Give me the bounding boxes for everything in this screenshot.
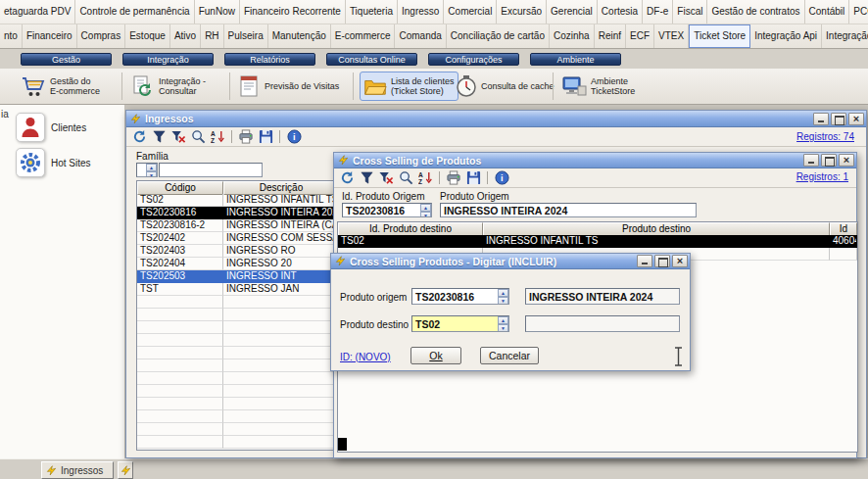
menu-item-excursao[interactable]: Excursão [497, 0, 547, 24]
menu-item-comanda[interactable]: Comanda [395, 24, 446, 48]
spinner-control[interactable]: ▲▼ [146, 164, 157, 176]
menu-item-compras[interactable]: Compras [77, 24, 126, 48]
familia-spin-edit[interactable]: ▲▼ [136, 163, 158, 177]
shortcut-lista-de-clientes-ticket-store[interactable]: Lista de clientes(Ticket Store) [360, 72, 458, 101]
familia-input[interactable] [159, 163, 263, 177]
menu-item-financeiro[interactable]: Financeiro [23, 24, 77, 48]
close-button[interactable] [672, 255, 688, 267]
menu-item-ingresso[interactable]: Ingresso [398, 0, 444, 24]
menu-item-gerencial[interactable]: Gerencial [547, 0, 598, 24]
sidebar-item-hot-sites[interactable]: Hot Sites [16, 148, 91, 177]
menu-item-nto[interactable]: nto [0, 24, 23, 48]
table-row[interactable]: TS202402INGRESSO COM SESSÃO DO TICKE [137, 232, 339, 245]
empty-row[interactable] [137, 436, 339, 449]
menu-item-contabil[interactable]: Contábil [805, 0, 850, 24]
maximize-button[interactable] [821, 154, 837, 167]
ribbon-tab-consultas-online[interactable]: Consultas Online [326, 53, 417, 66]
menu-item-gestao-de-contratos[interactable]: Gestão de contratos [707, 0, 804, 24]
column-header-codigo[interactable]: Código [137, 181, 223, 195]
empty-row[interactable] [137, 334, 339, 347]
save-button[interactable] [257, 128, 274, 145]
menu-item-ticket-store[interactable]: Ticket Store [689, 24, 750, 48]
close-button[interactable] [839, 154, 854, 167]
menu-item-cortesia[interactable]: Cortesia [598, 0, 643, 24]
menu-item-integracao-api[interactable]: Integração Api [750, 24, 822, 48]
menu-item-e-commerce[interactable]: E-commerce [331, 24, 396, 48]
empty-row[interactable] [137, 347, 339, 359]
empty-row[interactable] [137, 359, 339, 372]
menu-item-tiqueteria[interactable]: Tiqueteria [346, 0, 398, 24]
produto-origem-code-field[interactable]: TS20230816 ▲▼ [411, 288, 509, 305]
refresh-button[interactable] [338, 169, 356, 186]
filter-button[interactable] [150, 128, 168, 145]
maximize-button[interactable] [654, 255, 670, 267]
sidebar-item-clientes[interactable]: Clientes [16, 113, 86, 142]
print-button[interactable] [445, 169, 462, 186]
table-row[interactable]: TS02INGRESSO INFANTIL TS406044 [338, 235, 857, 248]
ribbon-tab-relatorios[interactable]: Relatórios [224, 53, 315, 66]
empty-row[interactable] [137, 372, 339, 385]
spinner-control[interactable]: ▲▼ [498, 316, 508, 331]
table-row[interactable]: TS20230816INGRESSO INTEIRA 2024 [137, 207, 339, 219]
menu-item-vtex[interactable]: VTEX [654, 24, 689, 48]
ok-button[interactable]: Ok [410, 347, 461, 364]
empty-row[interactable] [137, 423, 339, 436]
menu-item-pco[interactable]: PCO [849, 0, 868, 24]
menu-item-funnow[interactable]: FunNow [195, 0, 240, 24]
refresh-button[interactable] [130, 128, 148, 145]
menu-item-df-e[interactable]: DF-e [643, 0, 673, 24]
print-button[interactable] [237, 128, 255, 145]
table-row[interactable]: TS02INGRESSO INFANTIL TS [137, 194, 339, 207]
close-button[interactable] [848, 113, 864, 125]
menu-item-fiscal[interactable]: Fiscal [673, 0, 707, 24]
spinner-control[interactable]: ▲▼ [420, 204, 431, 216]
shortcut-gestao-do-e-commerce[interactable]: Gestão doE-commerce [18, 72, 103, 101]
filter-button[interactable] [358, 169, 375, 186]
spinner-control[interactable]: ▲▼ [498, 289, 508, 304]
table-row[interactable]: TS202404INGRESSO 20 [137, 258, 339, 270]
empty-row[interactable] [137, 410, 339, 423]
empty-row[interactable] [137, 398, 339, 410]
taskbar-mini-button[interactable] [118, 461, 133, 479]
id-produto-origem-field[interactable]: TS20230816 ▲▼ [342, 203, 432, 217]
column-header-id[interactable]: Id [830, 222, 857, 236]
sidebar-icon-button[interactable] [16, 148, 45, 177]
cancel-button[interactable]: Cancelar [480, 347, 539, 364]
sort-button[interactable]: AZ [209, 128, 226, 145]
menu-item-financeiro-recorrente[interactable]: Financeiro Recorrente [240, 0, 346, 24]
empty-row[interactable] [137, 309, 339, 321]
shortcut-consulta-de-cache[interactable]: Consulta de cache [453, 72, 557, 101]
table-row[interactable]: TS202403INGRESSO RO [137, 245, 339, 258]
shortcut-integracao-consultar[interactable]: Integração -Consultar [128, 72, 209, 101]
shortcut-previsao-de-visitas[interactable]: Previsão de Visitas [236, 72, 342, 101]
produto-destino-code-field[interactable]: TS02 ▲▼ [411, 315, 509, 332]
menu-item-rh[interactable]: RH [201, 24, 223, 48]
produto-origem-field[interactable]: INGRESSO INTEIRA 2024 [440, 203, 697, 217]
menu-item-conciliacao-de-cartao[interactable]: Conciliação de cartão [447, 24, 550, 48]
menu-item-integracao-bling[interactable]: Integração Bling [822, 24, 868, 48]
records-count-link[interactable]: Registros: 1 [796, 171, 848, 182]
taskbar-tab-ingressos[interactable]: Ingressos [41, 461, 114, 479]
column-header-descricao[interactable]: Descrição [223, 181, 339, 195]
menu-item-manutencao[interactable]: Manutenção [268, 24, 331, 48]
zoom-button[interactable] [189, 128, 207, 145]
table-row[interactable]: TSTINGRESSO JAN [137, 283, 339, 296]
ingressos-grid[interactable]: CódigoDescriçãoTS02INGRESSO INFANTIL TST… [136, 180, 340, 451]
minimize-button[interactable] [637, 255, 652, 267]
ribbon-tab-configuracoes[interactable]: Configurações [428, 53, 519, 66]
menu-item-controle-de-permanencia[interactable]: Controle de permanência [75, 0, 194, 24]
menu-item-cozinha[interactable]: Cozinha [550, 24, 595, 48]
empty-row[interactable] [137, 385, 339, 398]
records-count-link[interactable]: Registros: 74 [796, 131, 854, 142]
ingressos-titlebar[interactable]: Ingressos [126, 111, 866, 127]
menu-item-ecf[interactable]: ECF [626, 24, 654, 48]
info-button[interactable]: i [493, 169, 510, 186]
table-row[interactable]: TS20230816-2INGRESSO INTEIRA (CANAL VEND… [137, 219, 339, 232]
ribbon-tab-integracao[interactable]: Integração [122, 53, 214, 66]
dialog-titlebar[interactable]: Cross Selling Produtos - Digitar (INCLUI… [331, 254, 690, 269]
menu-item-etaguarda-pdv[interactable]: etaguarda PDV [0, 0, 75, 24]
menu-item-estoque[interactable]: Estoque [125, 24, 170, 48]
maximize-button[interactable] [831, 113, 846, 125]
menu-item-pulseira[interactable]: Pulseira [224, 24, 268, 48]
filter-clear-button[interactable] [377, 169, 395, 186]
